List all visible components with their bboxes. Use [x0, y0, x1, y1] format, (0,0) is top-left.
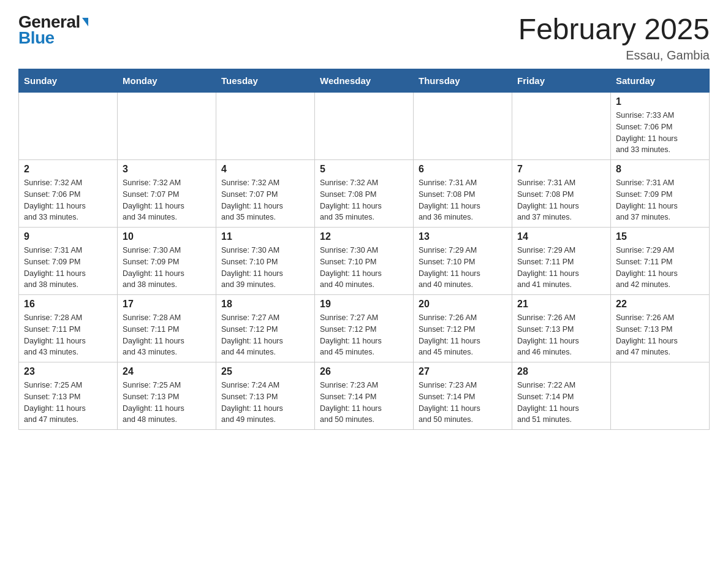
- day-info: Sunrise: 7:24 AMSunset: 7:13 PMDaylight:…: [221, 380, 309, 426]
- day-info: Sunrise: 7:30 AMSunset: 7:10 PMDaylight:…: [221, 245, 309, 291]
- day-info: Sunrise: 7:30 AMSunset: 7:10 PMDaylight:…: [320, 245, 408, 291]
- day-info: Sunrise: 7:32 AMSunset: 7:06 PMDaylight:…: [24, 177, 112, 223]
- col-tuesday: Tuesday: [216, 69, 315, 93]
- day-number: 8: [616, 164, 704, 175]
- col-thursday: Thursday: [414, 69, 512, 93]
- col-monday: Monday: [118, 69, 216, 93]
- day-number: 10: [123, 231, 211, 242]
- table-row: 10Sunrise: 7:30 AMSunset: 7:09 PMDayligh…: [118, 228, 216, 295]
- week-row-1: 2Sunrise: 7:32 AMSunset: 7:06 PMDaylight…: [19, 160, 710, 228]
- table-row: 19Sunrise: 7:27 AMSunset: 7:12 PMDayligh…: [315, 295, 414, 362]
- table-row: 11Sunrise: 7:30 AMSunset: 7:10 PMDayligh…: [216, 228, 315, 295]
- location-title: Essau, Gambia: [518, 48, 710, 63]
- day-info: Sunrise: 7:29 AMSunset: 7:11 PMDaylight:…: [517, 245, 605, 291]
- table-row: 5Sunrise: 7:32 AMSunset: 7:08 PMDaylight…: [315, 160, 414, 228]
- week-row-2: 9Sunrise: 7:31 AMSunset: 7:09 PMDaylight…: [19, 228, 710, 295]
- day-number: 6: [419, 164, 507, 175]
- col-wednesday: Wednesday: [315, 69, 414, 93]
- table-row: 24Sunrise: 7:25 AMSunset: 7:13 PMDayligh…: [118, 362, 216, 430]
- calendar-header: Sunday Monday Tuesday Wednesday Thursday…: [19, 69, 710, 93]
- table-row: 17Sunrise: 7:28 AMSunset: 7:11 PMDayligh…: [118, 295, 216, 362]
- day-info: Sunrise: 7:26 AMSunset: 7:12 PMDaylight:…: [419, 312, 507, 358]
- header-row: Sunday Monday Tuesday Wednesday Thursday…: [19, 69, 710, 93]
- col-sunday: Sunday: [19, 69, 118, 93]
- day-info: Sunrise: 7:29 AMSunset: 7:10 PMDaylight:…: [419, 245, 507, 291]
- table-row: 23Sunrise: 7:25 AMSunset: 7:13 PMDayligh…: [19, 362, 118, 430]
- month-title: February 2025: [518, 12, 710, 46]
- page-header: General Blue February 2025 Essau, Gambia: [18, 12, 710, 63]
- logo-blue: Blue: [18, 28, 55, 48]
- logo: General Blue: [18, 12, 88, 48]
- day-info: Sunrise: 7:29 AMSunset: 7:11 PMDaylight:…: [616, 245, 704, 291]
- day-info: Sunrise: 7:22 AMSunset: 7:14 PMDaylight:…: [517, 380, 605, 426]
- table-row: [216, 93, 315, 160]
- table-row: [315, 93, 414, 160]
- day-info: Sunrise: 7:33 AMSunset: 7:06 PMDaylight:…: [616, 110, 704, 156]
- day-number: 7: [517, 164, 605, 175]
- day-info: Sunrise: 7:31 AMSunset: 7:08 PMDaylight:…: [517, 177, 605, 223]
- col-saturday: Saturday: [611, 69, 710, 93]
- table-row: 6Sunrise: 7:31 AMSunset: 7:08 PMDaylight…: [414, 160, 512, 228]
- day-number: 22: [616, 299, 704, 310]
- day-number: 24: [123, 366, 211, 377]
- day-info: Sunrise: 7:30 AMSunset: 7:09 PMDaylight:…: [123, 245, 211, 291]
- day-info: Sunrise: 7:28 AMSunset: 7:11 PMDaylight:…: [123, 312, 211, 358]
- table-row: 4Sunrise: 7:32 AMSunset: 7:07 PMDaylight…: [216, 160, 315, 228]
- table-row: [414, 93, 512, 160]
- table-row: 12Sunrise: 7:30 AMSunset: 7:10 PMDayligh…: [315, 228, 414, 295]
- table-row: 20Sunrise: 7:26 AMSunset: 7:12 PMDayligh…: [414, 295, 512, 362]
- day-number: 18: [221, 299, 309, 310]
- day-number: 12: [320, 231, 408, 242]
- day-info: Sunrise: 7:32 AMSunset: 7:08 PMDaylight:…: [320, 177, 408, 223]
- day-number: 26: [320, 366, 408, 377]
- table-row: 15Sunrise: 7:29 AMSunset: 7:11 PMDayligh…: [611, 228, 710, 295]
- table-row: [611, 362, 710, 430]
- table-row: 3Sunrise: 7:32 AMSunset: 7:07 PMDaylight…: [118, 160, 216, 228]
- table-row: [512, 93, 611, 160]
- day-info: Sunrise: 7:31 AMSunset: 7:09 PMDaylight:…: [24, 245, 112, 291]
- day-number: 1: [616, 96, 704, 107]
- table-row: 9Sunrise: 7:31 AMSunset: 7:09 PMDaylight…: [19, 228, 118, 295]
- col-friday: Friday: [512, 69, 611, 93]
- table-row: 21Sunrise: 7:26 AMSunset: 7:13 PMDayligh…: [512, 295, 611, 362]
- table-row: 7Sunrise: 7:31 AMSunset: 7:08 PMDaylight…: [512, 160, 611, 228]
- day-number: 13: [419, 231, 507, 242]
- day-number: 15: [616, 231, 704, 242]
- day-info: Sunrise: 7:23 AMSunset: 7:14 PMDaylight:…: [320, 380, 408, 426]
- table-row: 18Sunrise: 7:27 AMSunset: 7:12 PMDayligh…: [216, 295, 315, 362]
- table-row: 28Sunrise: 7:22 AMSunset: 7:14 PMDayligh…: [512, 362, 611, 430]
- day-number: 2: [24, 164, 112, 175]
- day-number: 14: [517, 231, 605, 242]
- day-number: 5: [320, 164, 408, 175]
- week-row-4: 23Sunrise: 7:25 AMSunset: 7:13 PMDayligh…: [19, 362, 710, 430]
- day-info: Sunrise: 7:23 AMSunset: 7:14 PMDaylight:…: [419, 380, 507, 426]
- day-info: Sunrise: 7:27 AMSunset: 7:12 PMDaylight:…: [221, 312, 309, 358]
- day-number: 23: [24, 366, 112, 377]
- day-number: 17: [123, 299, 211, 310]
- table-row: 14Sunrise: 7:29 AMSunset: 7:11 PMDayligh…: [512, 228, 611, 295]
- table-row: 8Sunrise: 7:31 AMSunset: 7:09 PMDaylight…: [611, 160, 710, 228]
- title-block: February 2025 Essau, Gambia: [518, 12, 710, 63]
- day-number: 27: [419, 366, 507, 377]
- table-row: 25Sunrise: 7:24 AMSunset: 7:13 PMDayligh…: [216, 362, 315, 430]
- day-number: 19: [320, 299, 408, 310]
- day-number: 4: [221, 164, 309, 175]
- day-info: Sunrise: 7:26 AMSunset: 7:13 PMDaylight:…: [517, 312, 605, 358]
- table-row: 16Sunrise: 7:28 AMSunset: 7:11 PMDayligh…: [19, 295, 118, 362]
- table-row: 13Sunrise: 7:29 AMSunset: 7:10 PMDayligh…: [414, 228, 512, 295]
- table-row: [19, 93, 118, 160]
- day-number: 25: [221, 366, 309, 377]
- day-info: Sunrise: 7:28 AMSunset: 7:11 PMDaylight:…: [24, 312, 112, 358]
- day-info: Sunrise: 7:32 AMSunset: 7:07 PMDaylight:…: [221, 177, 309, 223]
- table-row: 1Sunrise: 7:33 AMSunset: 7:06 PMDaylight…: [611, 93, 710, 160]
- day-number: 11: [221, 231, 309, 242]
- day-number: 28: [517, 366, 605, 377]
- table-row: 26Sunrise: 7:23 AMSunset: 7:14 PMDayligh…: [315, 362, 414, 430]
- day-number: 20: [419, 299, 507, 310]
- day-info: Sunrise: 7:32 AMSunset: 7:07 PMDaylight:…: [123, 177, 211, 223]
- day-info: Sunrise: 7:31 AMSunset: 7:08 PMDaylight:…: [419, 177, 507, 223]
- day-number: 21: [517, 299, 605, 310]
- day-info: Sunrise: 7:27 AMSunset: 7:12 PMDaylight:…: [320, 312, 408, 358]
- day-info: Sunrise: 7:26 AMSunset: 7:13 PMDaylight:…: [616, 312, 704, 358]
- week-row-3: 16Sunrise: 7:28 AMSunset: 7:11 PMDayligh…: [19, 295, 710, 362]
